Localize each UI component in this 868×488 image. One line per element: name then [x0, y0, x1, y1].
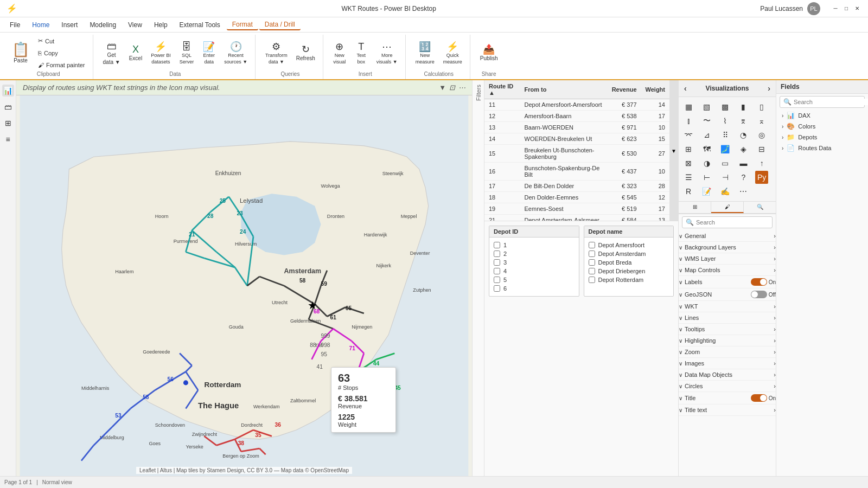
viz-filter-highlighting[interactable]: ∨ Highlighting › — [679, 335, 776, 346]
depot-id-item[interactable]: 2 — [494, 249, 575, 258]
viz-filter-title-text[interactable]: ∨ Title text › — [679, 404, 776, 416]
viz-filter-wms-layer[interactable]: ∨ WMS Layer › — [679, 253, 776, 265]
depot-name-item[interactable]: Depot Amersfoort — [589, 241, 669, 249]
menu-data-drill[interactable]: Data / Drill — [259, 20, 301, 30]
filters-label[interactable]: Filters — [475, 85, 482, 101]
viz-panel-collapse-button[interactable]: ‹ — [683, 83, 688, 94]
format-tab[interactable]: 🖌 — [711, 202, 744, 213]
viz-map[interactable]: 🗺 — [700, 143, 713, 156]
user-avatar[interactable]: PL — [807, 2, 820, 15]
field-expander[interactable]: › — [782, 124, 783, 130]
depot-checkbox[interactable] — [494, 259, 500, 266]
viz-panel-expand-button[interactable]: › — [767, 83, 771, 94]
depot-checkbox[interactable] — [494, 285, 500, 292]
viz-filter-lines[interactable]: ∨ Lines › — [679, 312, 776, 324]
build-visual-tab[interactable]: ⊞ — [679, 202, 711, 213]
table-row[interactable]: 19 Eemnes-Soest € 519 17 — [484, 203, 669, 215]
viz-clustered-col[interactable]: ▯ — [755, 100, 768, 113]
viz-filter-images[interactable]: ∨ Images › — [679, 358, 776, 369]
depot-id-item[interactable]: 6 — [494, 284, 575, 293]
viz-filter-data-map-objects[interactable]: ∨ Data Map Objects › — [679, 369, 776, 381]
menu-external-tools[interactable]: External Tools — [174, 20, 226, 30]
viz-custom-r[interactable]: Py — [755, 171, 768, 184]
menu-view[interactable]: View — [123, 20, 148, 30]
depot-checkbox[interactable] — [494, 277, 500, 283]
new-visual-button[interactable]: ⊕ New visual — [330, 40, 349, 67]
viz-filter-geojson[interactable]: ∨ GeoJSON Off — [679, 288, 776, 301]
depot-checkbox[interactable] — [494, 251, 500, 257]
sql-server-button[interactable]: 🗄 SQL Server — [176, 40, 197, 67]
viz-filter-circles[interactable]: ∨ Circles › — [679, 381, 776, 392]
depot-id-item[interactable]: 4 — [494, 267, 575, 275]
viz-filter-wkt[interactable]: ∨ WKT › — [679, 301, 776, 312]
menu-help[interactable]: Help — [149, 20, 173, 30]
table-row[interactable]: 13 Baarn-WOERDEN € 971 10 — [484, 122, 669, 133]
depot-name-item[interactable]: Depot Driebergen — [589, 267, 669, 275]
viz-filter-tooltips[interactable]: ∨ Tooltips › — [679, 324, 776, 335]
viz-smart-narrative[interactable]: ✍ — [719, 185, 732, 198]
close-button[interactable]: ✕ — [853, 4, 861, 13]
depot-name-checkbox[interactable] — [589, 277, 595, 283]
field-expander[interactable]: › — [782, 113, 783, 119]
table-scroll-button[interactable]: ▼ — [669, 80, 678, 221]
viz-search-input[interactable] — [696, 219, 771, 226]
field-expander[interactable]: › — [782, 145, 783, 151]
viz-area[interactable]: ⌇ — [719, 114, 732, 127]
cut-button[interactable]: ✂ Cut — [35, 35, 88, 47]
text-box-button[interactable]: T Text box — [352, 40, 371, 67]
viz-treemap[interactable]: ⊞ — [682, 143, 695, 156]
viz-narrative[interactable]: 📝 — [700, 185, 713, 198]
viz-filter-labels[interactable]: ∨ Labels On — [679, 276, 776, 288]
viz-azure-map[interactable]: ◈ — [737, 143, 750, 156]
field-item-depots[interactable]: › 📁 Depots — [776, 132, 868, 143]
viz-table[interactable]: ⊟ — [755, 143, 768, 156]
refresh-button[interactable]: ↻ Refresh — [293, 42, 318, 63]
depot-checkbox[interactable] — [494, 268, 500, 274]
route-table-container[interactable]: Route ID ▲ From to Revenue Weight 11 Dep… — [484, 80, 669, 221]
sidebar-report-icon[interactable]: 📊 — [2, 85, 14, 97]
viz-key-influencer[interactable]: ⊣ — [719, 171, 732, 184]
minimize-button[interactable]: ─ — [831, 4, 840, 13]
map-container[interactable]: Amsterdam The Hague Rotterdam Lelystad E… — [16, 95, 472, 476]
table-row[interactable]: 15 Breukelen Ut-Bunschoten-Spakenburg € … — [484, 145, 669, 163]
table-row[interactable]: 21 Depot Amsterdam-Aalsmeer € 584 13 — [484, 215, 669, 222]
viz-kpi[interactable]: ↑ — [755, 157, 768, 170]
viz-filter-zoom[interactable]: ∨ Zoom › — [679, 346, 776, 358]
depot-name-checkbox[interactable] — [589, 251, 595, 257]
viz-clustered-bar[interactable]: ▧ — [700, 100, 713, 113]
toggle-switch[interactable] — [751, 278, 767, 286]
menu-modeling[interactable]: Modeling — [84, 20, 122, 30]
viz-ribbon[interactable]: ⌅ — [755, 114, 768, 127]
viz-filter-title[interactable]: ∨ Title On — [679, 392, 776, 404]
maximize-button[interactable]: □ — [842, 4, 851, 13]
depot-name-checkbox[interactable] — [589, 268, 595, 274]
viz-100-stacked-bar[interactable]: ▩ — [719, 100, 732, 113]
sidebar-model-icon[interactable]: ⊞ — [2, 117, 14, 129]
field-expander[interactable]: › — [782, 134, 783, 140]
format-painter-button[interactable]: 🖌 Format painter — [35, 60, 88, 70]
viz-donut[interactable]: ◎ — [755, 129, 768, 142]
viz-gauge[interactable]: ◑ — [700, 157, 713, 170]
table-row[interactable]: 17 De Bilt-Den Dolder € 323 28 — [484, 181, 669, 192]
toggle-switch[interactable] — [751, 394, 767, 402]
viz-more[interactable]: ⋯ — [737, 185, 750, 198]
depot-name-item[interactable]: Depot Amsterdam — [589, 249, 669, 258]
new-measure-button[interactable]: 🔢 New measure — [412, 40, 438, 67]
viz-filter-background-layers[interactable]: ∨ Background Layers › — [679, 242, 776, 253]
excel-button[interactable]: X Excel — [126, 42, 145, 63]
more-options-icon[interactable]: ⋯ — [458, 84, 465, 92]
paste-button[interactable]: 📋 Paste — [9, 40, 33, 66]
transform-data-button[interactable]: ⚙ Transform data ▼ — [262, 40, 291, 67]
depot-checkbox[interactable] — [494, 242, 500, 248]
copy-button[interactable]: ⎘ Copy — [35, 48, 88, 59]
depot-id-item[interactable]: 1 — [494, 241, 575, 249]
menu-insert[interactable]: Insert — [56, 20, 83, 30]
viz-decomp-tree[interactable]: ⊢ — [700, 171, 713, 184]
toggle-switch[interactable] — [751, 291, 767, 298]
field-item-routes data[interactable]: › 📄 Routes Data — [776, 143, 868, 153]
viz-funnel[interactable]: ⊿ — [700, 129, 713, 142]
viz-line-clustered[interactable]: ⌆ — [737, 114, 750, 127]
viz-pie[interactable]: ◔ — [737, 129, 750, 142]
menu-file[interactable]: File — [4, 20, 25, 30]
menu-home[interactable]: Home — [27, 20, 55, 30]
